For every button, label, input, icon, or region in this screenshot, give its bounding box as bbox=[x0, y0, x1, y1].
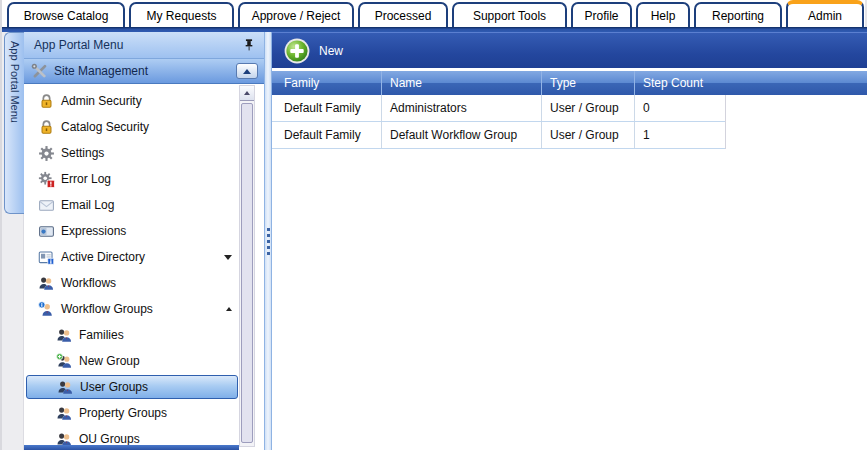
main-toolbar: New bbox=[272, 32, 867, 68]
scroll-up-icon bbox=[244, 91, 250, 95]
sidebar-item-label: New Group bbox=[79, 354, 140, 368]
sidebar-item-email-log[interactable]: Email Log bbox=[26, 192, 238, 218]
table-row[interactable]: Default Family Administrators User / Gro… bbox=[272, 95, 725, 122]
sidebar-section-site-management[interactable]: Site Management bbox=[24, 59, 264, 84]
tab-label: Help bbox=[651, 9, 676, 23]
users-plus-icon bbox=[56, 353, 73, 370]
table-header: Family Name Type Step Count bbox=[272, 71, 867, 95]
left-dock-strip: App Portal Menu bbox=[2, 32, 24, 450]
expression-icon bbox=[38, 223, 55, 240]
tab-label: Support Tools bbox=[473, 9, 546, 23]
tools-icon bbox=[30, 62, 49, 81]
top-tab-bar: Browse Catalog My Requests Approve / Rej… bbox=[2, 0, 867, 27]
column-header-type[interactable]: Type bbox=[542, 71, 635, 95]
scroll-up-button[interactable] bbox=[240, 86, 254, 101]
column-header-filler bbox=[735, 71, 867, 95]
chevron-up-icon bbox=[243, 69, 251, 74]
directory-card-icon bbox=[38, 249, 55, 266]
sidebar-item-workflow-groups[interactable]: Workflow Groups bbox=[26, 296, 238, 322]
sidebar-item-label: Families bbox=[79, 328, 124, 342]
tab-help[interactable]: Help bbox=[636, 2, 690, 27]
tab-profile[interactable]: Profile bbox=[571, 2, 632, 27]
tab-reporting[interactable]: Reporting bbox=[694, 2, 782, 27]
sidebar-item-label: Error Log bbox=[61, 172, 111, 186]
cell-family: Default Family bbox=[272, 95, 382, 121]
column-label: Type bbox=[550, 76, 576, 90]
user-info-icon bbox=[38, 301, 55, 318]
tab-label: My Requests bbox=[146, 9, 216, 23]
tab-bar-underline bbox=[2, 27, 867, 32]
chevron-up-icon[interactable] bbox=[226, 307, 232, 311]
sidebar-bottom-section-edge bbox=[24, 445, 239, 450]
users-icon bbox=[56, 431, 73, 446]
lock-icon bbox=[38, 93, 55, 110]
tab-processed[interactable]: Processed bbox=[358, 2, 448, 27]
cell-step-count: 0 bbox=[635, 95, 725, 121]
sidebar-item-admin-security[interactable]: Admin Security bbox=[26, 88, 238, 114]
users-icon bbox=[57, 379, 74, 396]
column-header-name[interactable]: Name bbox=[382, 71, 542, 95]
sidebar: App Portal Menu Site Management Admin Se… bbox=[24, 32, 264, 450]
sidebar-item-ou-groups[interactable]: OU Groups bbox=[26, 426, 238, 445]
column-label: Name bbox=[390, 76, 422, 90]
app-portal-menu-vertical-tab[interactable]: App Portal Menu bbox=[4, 32, 24, 214]
tab-label: Admin bbox=[808, 9, 842, 23]
sidebar-item-property-groups[interactable]: Property Groups bbox=[26, 400, 238, 426]
sidebar-item-label: Email Log bbox=[61, 198, 114, 212]
users-icon bbox=[56, 405, 73, 422]
sidebar-item-active-directory[interactable]: Active Directory bbox=[26, 244, 238, 270]
tab-label: Approve / Reject bbox=[252, 9, 341, 23]
tab-label: Processed bbox=[375, 9, 432, 23]
panel-splitter[interactable] bbox=[264, 32, 272, 450]
sidebar-item-families[interactable]: Families bbox=[26, 322, 238, 348]
column-header-family[interactable]: Family bbox=[272, 71, 382, 95]
cell-name: Default Workflow Group bbox=[382, 122, 542, 148]
sidebar-item-label: Admin Security bbox=[61, 94, 142, 108]
scrollbar-thumb[interactable] bbox=[241, 103, 253, 443]
tab-label: Browse Catalog bbox=[24, 9, 109, 23]
pin-icon[interactable] bbox=[242, 38, 256, 52]
table-row[interactable]: Default Family Default Workflow Group Us… bbox=[272, 122, 725, 149]
sidebar-item-label: Workflow Groups bbox=[61, 302, 153, 316]
tab-admin[interactable]: Admin bbox=[786, 0, 864, 27]
tab-label: Profile bbox=[584, 9, 618, 23]
sidebar-item-label: OU Groups bbox=[79, 432, 140, 445]
column-header-step-count[interactable]: Step Count bbox=[635, 71, 735, 95]
sidebar-item-settings[interactable]: Settings bbox=[26, 140, 238, 166]
tab-approve-reject[interactable]: Approve / Reject bbox=[238, 2, 354, 27]
tab-my-requests[interactable]: My Requests bbox=[129, 2, 234, 27]
sidebar-item-workflows[interactable]: Workflows bbox=[26, 270, 238, 296]
main-panel: New Family Name Type Step Count Default … bbox=[272, 32, 867, 450]
cell-name: Administrators bbox=[382, 95, 542, 121]
chevron-down-icon[interactable] bbox=[224, 255, 232, 260]
new-button[interactable]: New bbox=[284, 38, 343, 64]
sidebar-header: App Portal Menu bbox=[24, 32, 264, 59]
cell-type: User / Group bbox=[542, 122, 635, 148]
app-window: Browse Catalog My Requests Approve / Rej… bbox=[0, 0, 867, 450]
sidebar-section-label: Site Management bbox=[54, 64, 236, 78]
sidebar-item-label: Active Directory bbox=[61, 250, 145, 264]
plus-circle-icon bbox=[284, 38, 310, 64]
chevron-up-button[interactable] bbox=[236, 63, 258, 79]
sidebar-item-error-log[interactable]: Error Log bbox=[26, 166, 238, 192]
sidebar-title: App Portal Menu bbox=[34, 38, 242, 52]
sidebar-item-catalog-security[interactable]: Catalog Security bbox=[26, 114, 238, 140]
sidebar-item-new-group[interactable]: New Group bbox=[26, 348, 238, 374]
vertical-tab-label: App Portal Menu bbox=[9, 41, 21, 123]
column-label: Family bbox=[284, 76, 319, 90]
tab-browse-catalog[interactable]: Browse Catalog bbox=[7, 2, 125, 27]
table-body: Default Family Administrators User / Gro… bbox=[272, 95, 726, 149]
sidebar-item-user-groups[interactable]: User Groups bbox=[26, 375, 238, 399]
cell-family: Default Family bbox=[272, 122, 382, 148]
tab-support-tools[interactable]: Support Tools bbox=[452, 2, 567, 27]
gear-icon bbox=[38, 145, 55, 162]
sidebar-menu-list: Admin Security Catalog Security Settings… bbox=[24, 85, 264, 445]
sidebar-item-label: User Groups bbox=[80, 380, 148, 394]
sidebar-item-expressions[interactable]: Expressions bbox=[26, 218, 238, 244]
users-icon bbox=[38, 275, 55, 292]
sidebar-item-label: Catalog Security bbox=[61, 120, 149, 134]
splitter-grip-icon bbox=[267, 228, 270, 255]
sidebar-scrollbar[interactable] bbox=[239, 85, 255, 447]
users-icon bbox=[56, 327, 73, 344]
envelope-icon bbox=[38, 197, 55, 214]
